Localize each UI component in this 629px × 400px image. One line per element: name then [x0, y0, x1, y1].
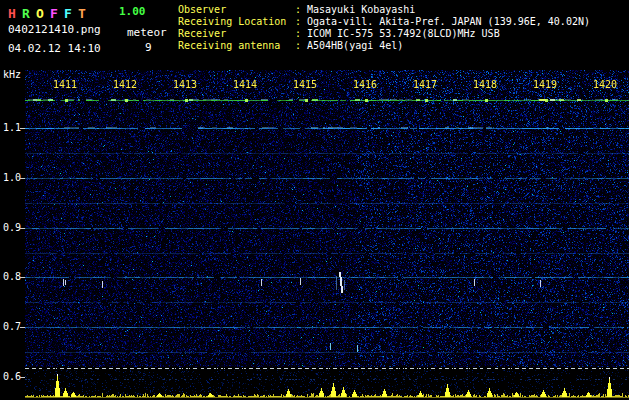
time-tick-label: 1415	[293, 79, 317, 90]
freq-axis-unit: kHz	[3, 69, 21, 80]
freq-tick-mark	[20, 178, 25, 179]
freq-tick-mark	[20, 128, 25, 129]
info-row: Observer:Masayuki Kobayashi	[178, 4, 590, 16]
mode-label: meteor	[127, 26, 167, 39]
time-tick-label: 1414	[233, 79, 257, 90]
time-tick-label: 1413	[173, 79, 197, 90]
freq-tick-mark	[20, 327, 25, 328]
time-tick-label: 1419	[533, 79, 557, 90]
app-title-letter: F	[50, 6, 64, 21]
output-filename: 0402121410.png	[8, 23, 101, 36]
info-colon: :	[295, 16, 307, 28]
meteor-count: 9	[145, 41, 152, 54]
info-row: Receiver:ICOM IC-575 53.7492(8LCD)MHz US…	[178, 28, 590, 40]
app-title-letter: F	[64, 6, 78, 21]
time-tick-label: 1418	[473, 79, 497, 90]
hrofft-output: HROFFT 1.00 0402121410.png meteor 04.02.…	[0, 0, 629, 400]
time-tick-label: 1412	[113, 79, 137, 90]
info-value: A504HB(yagi 4el)	[307, 40, 403, 52]
info-colon: :	[295, 28, 307, 40]
time-tick-label: 1411	[53, 79, 77, 90]
freq-tick-label: 0.7	[3, 321, 21, 332]
freq-tick-label: 0.6	[3, 371, 21, 382]
info-value: Masayuki Kobayashi	[307, 4, 415, 16]
info-label: Observer	[178, 4, 295, 16]
info-row: Receiving Location:Ogata-vill. Akita-Pre…	[178, 16, 590, 28]
app-title-letter: R	[22, 6, 36, 21]
datetime-label: 04.02.12 14:10	[8, 42, 101, 55]
freq-tick-mark	[20, 277, 25, 278]
app-title-letter: T	[78, 6, 92, 21]
info-value: Ogata-vill. Akita-Pref. JAPAN (139.96E, …	[307, 16, 590, 28]
app-version: 1.00	[119, 5, 146, 18]
info-row: Receiving antenna:A504HB(yagi 4el)	[178, 40, 590, 52]
time-tick-label: 1417	[413, 79, 437, 90]
freq-tick-mark	[20, 228, 25, 229]
info-label: Receiver	[178, 28, 295, 40]
spectrogram-canvas	[25, 70, 629, 367]
app-title: HROFFT	[8, 3, 92, 22]
signal-level-canvas	[25, 367, 629, 400]
info-value: ICOM IC-575 53.7492(8LCD)MHz USB	[307, 28, 500, 40]
time-tick-label: 1416	[353, 79, 377, 90]
time-tick-label: 1420	[593, 79, 617, 90]
info-colon: :	[295, 40, 307, 52]
info-label: Receiving Location	[178, 16, 295, 28]
info-colon: :	[295, 4, 307, 16]
info-label: Receiving antenna	[178, 40, 295, 52]
app-title-letter: O	[36, 6, 50, 21]
station-info-block: Observer:Masayuki KobayashiReceiving Loc…	[178, 4, 590, 52]
app-title-letter: H	[8, 6, 22, 21]
freq-tick-label: 1.0	[3, 172, 21, 183]
freq-tick-label: 0.9	[3, 222, 21, 233]
freq-tick-label: 0.8	[3, 271, 21, 282]
freq-tick-label: 1.1	[3, 122, 21, 133]
freq-tick-mark	[20, 377, 25, 378]
